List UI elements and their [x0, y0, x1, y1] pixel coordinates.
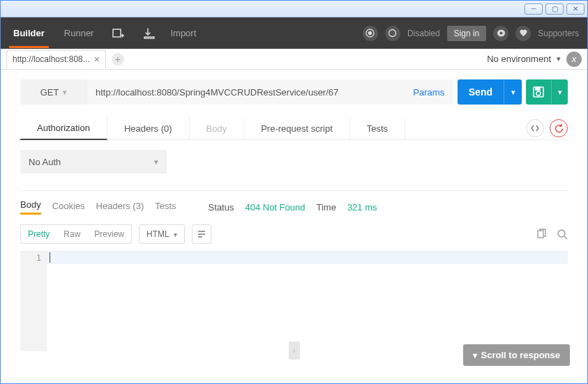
request-tab-title: http://localhost:808...: [13, 54, 90, 64]
sync-status-label: Disabled: [407, 29, 440, 38]
send-label: Send: [458, 79, 504, 105]
svg-point-4: [369, 32, 372, 35]
save-dropdown-icon[interactable]: ▾: [551, 79, 568, 105]
environment-label: No environment: [487, 54, 551, 64]
scroll-label: Scroll to response: [481, 350, 560, 360]
svg-rect-0: [113, 29, 121, 37]
request-tab[interactable]: http://localhost:808... ×: [6, 50, 106, 68]
minimize-button[interactable]: ─: [525, 3, 543, 15]
scroll-to-response-button[interactable]: ▾ Scroll to response: [463, 344, 570, 366]
chevron-down-icon: ▾: [154, 158, 158, 167]
method-label: GET: [40, 87, 59, 98]
copy-icon[interactable]: [536, 229, 547, 240]
chevron-down-icon: ▾: [557, 54, 561, 63]
save-icon: [526, 79, 551, 105]
line-gutter: 1: [20, 252, 47, 351]
tab-headers[interactable]: Headers (0): [107, 118, 190, 139]
settings-icon[interactable]: [493, 26, 508, 41]
svg-line-15: [564, 236, 567, 239]
status-label: Status: [209, 202, 234, 213]
svg-rect-13: [538, 231, 543, 238]
heart-icon[interactable]: [515, 26, 531, 41]
svg-point-8: [536, 91, 541, 95]
window-titlebar: ─ ▢ ✕: [1, 1, 587, 17]
chevron-down-icon: ▾: [473, 351, 477, 360]
pretty-button[interactable]: Pretty: [21, 225, 56, 243]
wrap-line-button[interactable]: [192, 224, 211, 244]
url-input[interactable]: http://localhost:8080/Spring4MVCCRUDRest…: [87, 79, 405, 105]
response-tab-body[interactable]: Body: [20, 199, 41, 215]
svg-point-14: [558, 230, 565, 237]
svg-rect-9: [536, 87, 540, 90]
response-editor[interactable]: 1 ›: [20, 251, 568, 351]
view-mode-group: Pretty Raw Preview: [20, 224, 132, 244]
request-config-tabs: Authorization Headers (0) Body Pre-reque…: [20, 117, 568, 140]
tab-prerequest[interactable]: Pre-request script: [244, 118, 350, 139]
status-value: 404 Not Found: [245, 202, 305, 213]
import-icon[interactable]: [140, 24, 159, 43]
new-collection-icon[interactable]: [109, 24, 128, 43]
close-button[interactable]: ✕: [566, 3, 585, 15]
editor-cursor: [50, 252, 50, 263]
builder-tab[interactable]: Builder: [9, 18, 49, 48]
environment-variables-icon[interactable]: x: [566, 52, 582, 67]
time-value: 321 ms: [347, 202, 377, 213]
signin-button[interactable]: Sign in: [447, 26, 487, 41]
runner-tab[interactable]: Runner: [60, 18, 98, 48]
top-toolbar: Builder Runner Import Disabled Sign in S…: [1, 17, 587, 49]
send-dropdown-icon[interactable]: ▾: [504, 79, 522, 105]
response-tab-headers[interactable]: Headers (3): [96, 201, 144, 214]
response-toolbar: Pretty Raw Preview HTML ▾: [20, 220, 568, 251]
environment-selector[interactable]: No environment ▾ x: [487, 52, 582, 67]
add-tab-button[interactable]: +: [112, 53, 124, 66]
svg-point-5: [389, 30, 396, 37]
url-value: http://localhost:8080/Spring4MVCCRUDRest…: [96, 87, 338, 98]
method-select[interactable]: GET ▾: [20, 79, 87, 105]
expand-handle[interactable]: ›: [289, 341, 300, 360]
raw-button[interactable]: Raw: [56, 225, 87, 243]
tab-body[interactable]: Body: [190, 118, 245, 139]
tab-authorization[interactable]: Authorization: [20, 117, 107, 140]
chevron-down-icon: ▾: [63, 88, 67, 97]
import-label[interactable]: Import: [170, 28, 196, 38]
request-url-bar: GET ▾ http://localhost:8080/Spring4MVCCR…: [20, 79, 568, 105]
format-select[interactable]: HTML ▾: [139, 224, 185, 244]
line-number: 1: [20, 253, 41, 263]
line-highlight: [47, 252, 568, 264]
chevron-down-icon: ▾: [174, 231, 177, 238]
auth-type-select[interactable]: No Auth ▾: [20, 150, 167, 174]
format-label: HTML: [146, 229, 169, 239]
response-tab-cookies[interactable]: Cookies: [52, 201, 85, 214]
request-tabs-bar: http://localhost:808... × + No environme…: [1, 49, 587, 70]
auth-type-label: No Auth: [29, 157, 61, 167]
save-button[interactable]: ▾: [526, 79, 568, 105]
reset-icon[interactable]: [550, 119, 568, 137]
maximize-button[interactable]: ▢: [545, 3, 564, 15]
close-tab-icon[interactable]: ×: [94, 54, 100, 64]
svg-point-6: [499, 32, 502, 35]
supporters-label[interactable]: Supporters: [538, 29, 579, 38]
code-icon[interactable]: [526, 119, 544, 137]
tab-tests[interactable]: Tests: [350, 118, 405, 139]
response-tab-tests[interactable]: Tests: [155, 201, 176, 214]
send-button[interactable]: Send ▾: [458, 79, 522, 105]
search-icon[interactable]: [557, 229, 568, 240]
time-label: Time: [316, 202, 336, 213]
preview-button[interactable]: Preview: [87, 225, 131, 243]
sync-icon[interactable]: [385, 26, 400, 41]
interceptor-icon[interactable]: [363, 26, 378, 41]
params-button[interactable]: Params: [405, 79, 453, 105]
response-tabs: Body Cookies Headers (3) Tests Status 40…: [20, 191, 568, 220]
